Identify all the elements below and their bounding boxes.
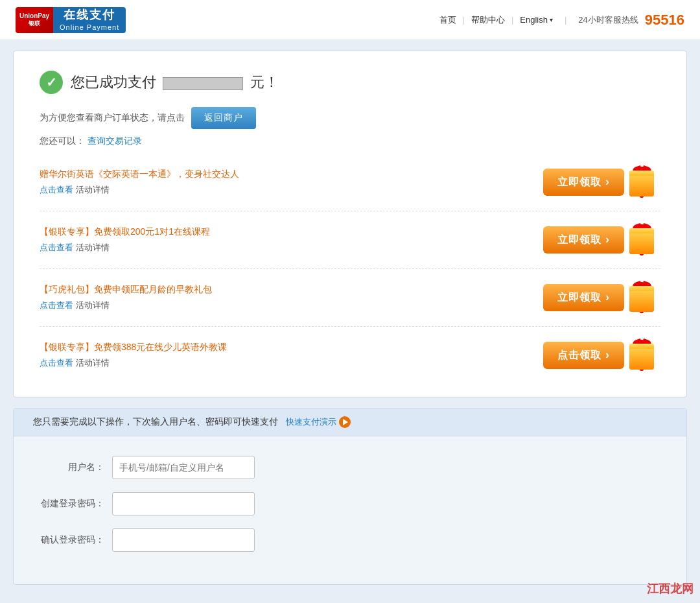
promo-item-2: 【银联专享】免费领取200元1对1在线课程 点击查看 活动详情 立即领取 xyxy=(40,224,660,269)
gift-icon-3 xyxy=(629,282,660,313)
password-input[interactable] xyxy=(112,492,255,515)
promo-content-3: 【巧虎礼包】免费申领匹配月龄的早教礼包 点击查看 活动详情 xyxy=(40,284,543,311)
return-merchant-button[interactable]: 返回商户 xyxy=(191,107,256,129)
password-row: 创建登录密码： xyxy=(40,492,660,515)
hotline-number: 95516 xyxy=(645,12,684,29)
online-payment-logo: 在线支付 Online Payment xyxy=(53,7,126,33)
gift-icon-2 xyxy=(629,224,660,255)
promo-title-1: 赠华尔街英语《交际英语一本通》，变身社交达人 xyxy=(40,169,543,180)
promo-claim-button-1[interactable]: 立即领取 xyxy=(543,169,624,196)
nav-divider1: | xyxy=(463,15,465,25)
promo-subtitle-1: 活动详情 xyxy=(76,185,110,195)
success-header: ✓ 您已成功支付 ********** 元！ xyxy=(40,71,660,94)
promo-link-1[interactable]: 点击查看 xyxy=(40,185,73,195)
promo-claim-button-4[interactable]: 点击领取 xyxy=(543,342,624,369)
amount-redacted: ********** xyxy=(163,77,243,90)
promo-link-4[interactable]: 点击查看 xyxy=(40,358,73,368)
promo-claim-button-3[interactable]: 立即领取 xyxy=(543,284,624,311)
success-icon: ✓ xyxy=(40,71,63,94)
nav-help[interactable]: 帮助中心 xyxy=(471,14,505,26)
confirm-password-row: 确认登录密码： xyxy=(40,528,660,552)
promo-item-3: 【巧虎礼包】免费申领匹配月龄的早教礼包 点击查看 活动详情 立即领取 xyxy=(40,282,660,327)
header: UnionPay 银联 在线支付 Online Payment 首页 | 帮助中… xyxy=(0,0,700,40)
promo-item-4: 【银联专享】免费领388元在线少儿英语外教课 点击查看 活动详情 点击领取 xyxy=(40,340,660,371)
promo-subtitle-3: 活动详情 xyxy=(76,300,110,310)
username-input[interactable] xyxy=(112,456,255,479)
merchant-note: 为方便您查看商户订单状态，请点击 返回商户 xyxy=(40,107,660,129)
main-content: ✓ 您已成功支付 ********** 元！ 为方便您查看商户订单状态，请点击 … xyxy=(6,51,694,585)
promo-title-2: 【银联专享】免费领取200元1对1在线课程 xyxy=(40,226,543,238)
gift-icon-1 xyxy=(629,167,660,198)
promo-subtitle-2: 活动详情 xyxy=(76,242,110,252)
promo-subtitle-4: 活动详情 xyxy=(76,358,110,368)
promotions-section: 赠华尔街英语《交际英语一本通》，变身社交达人 点击查看 活动详情 立即领取 xyxy=(40,167,660,371)
success-card: ✓ 您已成功支付 ********** 元！ 为方便您查看商户订单状态，请点击 … xyxy=(13,51,687,397)
promo-content-2: 【银联专享】免费领取200元1对1在线课程 点击查看 活动详情 xyxy=(40,226,543,254)
promo-title-3: 【巧虎礼包】免费申领匹配月龄的早教礼包 xyxy=(40,284,543,296)
promo-claim-button-2[interactable]: 立即领取 xyxy=(543,226,624,254)
nav-home[interactable]: 首页 xyxy=(439,14,456,26)
username-label: 用户名： xyxy=(40,462,104,473)
promo-btn-area-4: 点击领取 xyxy=(543,340,660,371)
play-icon xyxy=(339,416,351,428)
nav-divider3: | xyxy=(565,15,566,25)
confirm-password-input[interactable] xyxy=(112,528,255,552)
language-selector[interactable]: English ▾ xyxy=(520,15,553,25)
success-title: 您已成功支付 ********** 元！ xyxy=(71,73,279,92)
chevron-down-icon: ▾ xyxy=(550,16,553,23)
fast-payment-form: 用户名： 创建登录密码： 确认登录密码： xyxy=(14,436,686,584)
gift-icon-4 xyxy=(629,340,660,371)
password-label: 创建登录密码： xyxy=(40,498,104,510)
hotline-label: 24小时客服热线 xyxy=(578,14,638,26)
fast-payment-header-text: 您只需要完成以下操作，下次输入用户名、密码即可快速支付 xyxy=(33,416,278,428)
promo-link-2[interactable]: 点击查看 xyxy=(40,242,73,252)
promo-content-4: 【银联专享】免费领388元在线少儿英语外教课 点击查看 活动详情 xyxy=(40,342,543,369)
username-row: 用户名： xyxy=(40,456,660,479)
logo-area: UnionPay 银联 在线支付 Online Payment xyxy=(16,7,126,33)
play-triangle xyxy=(343,419,348,425)
promo-link-3[interactable]: 点击查看 xyxy=(40,300,73,310)
fast-payment-section: 您只需要完成以下操作，下次输入用户名、密码即可快速支付 快速支付演示 用户名： … xyxy=(13,408,687,585)
promo-btn-area-1: 立即领取 xyxy=(543,167,660,198)
confirm-password-label: 确认登录密码： xyxy=(40,534,104,546)
promo-btn-area-2: 立即领取 xyxy=(543,224,660,255)
query-link-row: 您还可以： 查询交易记录 xyxy=(40,136,660,147)
nav-divider2: | xyxy=(511,15,513,25)
fast-payment-demo-link[interactable]: 快速支付演示 xyxy=(286,416,351,428)
query-transaction-link[interactable]: 查询交易记录 xyxy=(88,136,142,146)
header-nav: 首页 | 帮助中心 | English ▾ | 24小时客服热线 95516 xyxy=(439,12,684,29)
promo-title-4: 【银联专享】免费领388元在线少儿英语外教课 xyxy=(40,342,543,353)
promo-content-1: 赠华尔街英语《交际英语一本通》，变身社交达人 点击查看 活动详情 xyxy=(40,169,543,196)
fast-payment-header: 您只需要完成以下操作，下次输入用户名、密码即可快速支付 快速支付演示 xyxy=(14,408,686,436)
unionpay-logo: UnionPay 银联 xyxy=(16,7,53,33)
promo-item-1: 赠华尔街英语《交际英语一本通》，变身社交达人 点击查看 活动详情 立即领取 xyxy=(40,167,660,211)
promo-btn-area-3: 立即领取 xyxy=(543,282,660,313)
